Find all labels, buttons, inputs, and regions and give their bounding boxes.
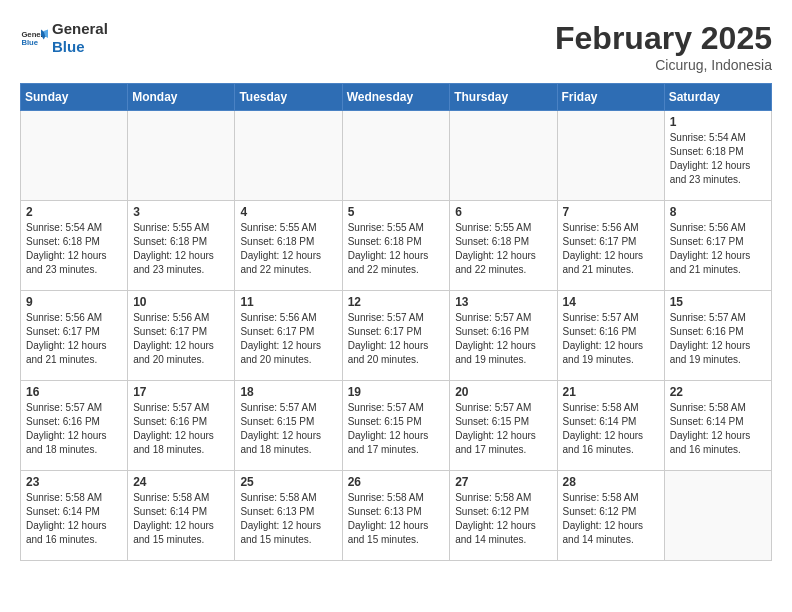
day-number: 10: [133, 295, 229, 309]
weekday-header-friday: Friday: [557, 84, 664, 111]
calendar-cell: 4Sunrise: 5:55 AM Sunset: 6:18 PM Daylig…: [235, 201, 342, 291]
day-number: 7: [563, 205, 659, 219]
day-info: Sunrise: 5:54 AM Sunset: 6:18 PM Dayligh…: [670, 131, 766, 187]
title-block: February 2025 Cicurug, Indonesia: [555, 20, 772, 73]
day-info: Sunrise: 5:57 AM Sunset: 6:16 PM Dayligh…: [670, 311, 766, 367]
day-number: 8: [670, 205, 766, 219]
weekday-header-wednesday: Wednesday: [342, 84, 450, 111]
day-info: Sunrise: 5:55 AM Sunset: 6:18 PM Dayligh…: [348, 221, 445, 277]
calendar-cell: [342, 111, 450, 201]
calendar-cell: 19Sunrise: 5:57 AM Sunset: 6:15 PM Dayli…: [342, 381, 450, 471]
day-info: Sunrise: 5:57 AM Sunset: 6:15 PM Dayligh…: [455, 401, 551, 457]
calendar-cell: 22Sunrise: 5:58 AM Sunset: 6:14 PM Dayli…: [664, 381, 771, 471]
day-number: 4: [240, 205, 336, 219]
calendar-cell: 25Sunrise: 5:58 AM Sunset: 6:13 PM Dayli…: [235, 471, 342, 561]
calendar-cell: 28Sunrise: 5:58 AM Sunset: 6:12 PM Dayli…: [557, 471, 664, 561]
calendar-cell: 12Sunrise: 5:57 AM Sunset: 6:17 PM Dayli…: [342, 291, 450, 381]
calendar-cell: [128, 111, 235, 201]
calendar-cell: 20Sunrise: 5:57 AM Sunset: 6:15 PM Dayli…: [450, 381, 557, 471]
weekday-header-saturday: Saturday: [664, 84, 771, 111]
day-info: Sunrise: 5:56 AM Sunset: 6:17 PM Dayligh…: [26, 311, 122, 367]
day-number: 2: [26, 205, 122, 219]
day-number: 27: [455, 475, 551, 489]
calendar-table: SundayMondayTuesdayWednesdayThursdayFrid…: [20, 83, 772, 561]
logo: General Blue General Blue: [20, 20, 108, 56]
calendar-cell: 5Sunrise: 5:55 AM Sunset: 6:18 PM Daylig…: [342, 201, 450, 291]
page-header: General Blue General Blue February 2025 …: [20, 20, 772, 73]
day-number: 23: [26, 475, 122, 489]
calendar-cell: 14Sunrise: 5:57 AM Sunset: 6:16 PM Dayli…: [557, 291, 664, 381]
location-subtitle: Cicurug, Indonesia: [555, 57, 772, 73]
day-number: 19: [348, 385, 445, 399]
calendar-week-4: 23Sunrise: 5:58 AM Sunset: 6:14 PM Dayli…: [21, 471, 772, 561]
day-number: 18: [240, 385, 336, 399]
day-info: Sunrise: 5:55 AM Sunset: 6:18 PM Dayligh…: [455, 221, 551, 277]
day-number: 1: [670, 115, 766, 129]
day-number: 9: [26, 295, 122, 309]
calendar-cell: 15Sunrise: 5:57 AM Sunset: 6:16 PM Dayli…: [664, 291, 771, 381]
calendar-week-3: 16Sunrise: 5:57 AM Sunset: 6:16 PM Dayli…: [21, 381, 772, 471]
day-info: Sunrise: 5:57 AM Sunset: 6:16 PM Dayligh…: [455, 311, 551, 367]
day-number: 17: [133, 385, 229, 399]
calendar-cell: [235, 111, 342, 201]
logo-icon: General Blue: [20, 24, 48, 52]
calendar-cell: 9Sunrise: 5:56 AM Sunset: 6:17 PM Daylig…: [21, 291, 128, 381]
day-number: 16: [26, 385, 122, 399]
calendar-cell: 16Sunrise: 5:57 AM Sunset: 6:16 PM Dayli…: [21, 381, 128, 471]
day-info: Sunrise: 5:57 AM Sunset: 6:16 PM Dayligh…: [133, 401, 229, 457]
day-info: Sunrise: 5:55 AM Sunset: 6:18 PM Dayligh…: [133, 221, 229, 277]
calendar-cell: [450, 111, 557, 201]
weekday-header-row: SundayMondayTuesdayWednesdayThursdayFrid…: [21, 84, 772, 111]
weekday-header-monday: Monday: [128, 84, 235, 111]
day-number: 11: [240, 295, 336, 309]
day-number: 12: [348, 295, 445, 309]
day-number: 13: [455, 295, 551, 309]
calendar-cell: 26Sunrise: 5:58 AM Sunset: 6:13 PM Dayli…: [342, 471, 450, 561]
logo-general: General: [52, 20, 108, 38]
svg-text:Blue: Blue: [21, 38, 38, 47]
calendar-cell: 2Sunrise: 5:54 AM Sunset: 6:18 PM Daylig…: [21, 201, 128, 291]
calendar-cell: 24Sunrise: 5:58 AM Sunset: 6:14 PM Dayli…: [128, 471, 235, 561]
day-info: Sunrise: 5:55 AM Sunset: 6:18 PM Dayligh…: [240, 221, 336, 277]
calendar-cell: 3Sunrise: 5:55 AM Sunset: 6:18 PM Daylig…: [128, 201, 235, 291]
calendar-cell: 23Sunrise: 5:58 AM Sunset: 6:14 PM Dayli…: [21, 471, 128, 561]
calendar-cell: [557, 111, 664, 201]
day-info: Sunrise: 5:58 AM Sunset: 6:12 PM Dayligh…: [455, 491, 551, 547]
day-number: 15: [670, 295, 766, 309]
day-number: 22: [670, 385, 766, 399]
day-info: Sunrise: 5:57 AM Sunset: 6:15 PM Dayligh…: [240, 401, 336, 457]
day-number: 20: [455, 385, 551, 399]
day-info: Sunrise: 5:57 AM Sunset: 6:17 PM Dayligh…: [348, 311, 445, 367]
day-number: 25: [240, 475, 336, 489]
calendar-cell: [21, 111, 128, 201]
day-info: Sunrise: 5:58 AM Sunset: 6:14 PM Dayligh…: [563, 401, 659, 457]
day-number: 3: [133, 205, 229, 219]
day-info: Sunrise: 5:58 AM Sunset: 6:13 PM Dayligh…: [348, 491, 445, 547]
day-info: Sunrise: 5:58 AM Sunset: 6:14 PM Dayligh…: [133, 491, 229, 547]
calendar-week-1: 2Sunrise: 5:54 AM Sunset: 6:18 PM Daylig…: [21, 201, 772, 291]
calendar-cell: 6Sunrise: 5:55 AM Sunset: 6:18 PM Daylig…: [450, 201, 557, 291]
day-info: Sunrise: 5:57 AM Sunset: 6:16 PM Dayligh…: [563, 311, 659, 367]
calendar-cell: [664, 471, 771, 561]
calendar-cell: 21Sunrise: 5:58 AM Sunset: 6:14 PM Dayli…: [557, 381, 664, 471]
day-number: 14: [563, 295, 659, 309]
weekday-header-tuesday: Tuesday: [235, 84, 342, 111]
day-info: Sunrise: 5:57 AM Sunset: 6:16 PM Dayligh…: [26, 401, 122, 457]
day-info: Sunrise: 5:58 AM Sunset: 6:13 PM Dayligh…: [240, 491, 336, 547]
day-info: Sunrise: 5:56 AM Sunset: 6:17 PM Dayligh…: [563, 221, 659, 277]
day-info: Sunrise: 5:56 AM Sunset: 6:17 PM Dayligh…: [240, 311, 336, 367]
calendar-cell: 11Sunrise: 5:56 AM Sunset: 6:17 PM Dayli…: [235, 291, 342, 381]
weekday-header-thursday: Thursday: [450, 84, 557, 111]
calendar-cell: 27Sunrise: 5:58 AM Sunset: 6:12 PM Dayli…: [450, 471, 557, 561]
day-info: Sunrise: 5:57 AM Sunset: 6:15 PM Dayligh…: [348, 401, 445, 457]
logo-blue: Blue: [52, 38, 108, 56]
calendar-cell: 7Sunrise: 5:56 AM Sunset: 6:17 PM Daylig…: [557, 201, 664, 291]
calendar-week-0: 1Sunrise: 5:54 AM Sunset: 6:18 PM Daylig…: [21, 111, 772, 201]
day-info: Sunrise: 5:58 AM Sunset: 6:14 PM Dayligh…: [670, 401, 766, 457]
calendar-cell: 13Sunrise: 5:57 AM Sunset: 6:16 PM Dayli…: [450, 291, 557, 381]
month-title: February 2025: [555, 20, 772, 57]
calendar-cell: 18Sunrise: 5:57 AM Sunset: 6:15 PM Dayli…: [235, 381, 342, 471]
calendar-week-2: 9Sunrise: 5:56 AM Sunset: 6:17 PM Daylig…: [21, 291, 772, 381]
day-number: 21: [563, 385, 659, 399]
day-number: 28: [563, 475, 659, 489]
